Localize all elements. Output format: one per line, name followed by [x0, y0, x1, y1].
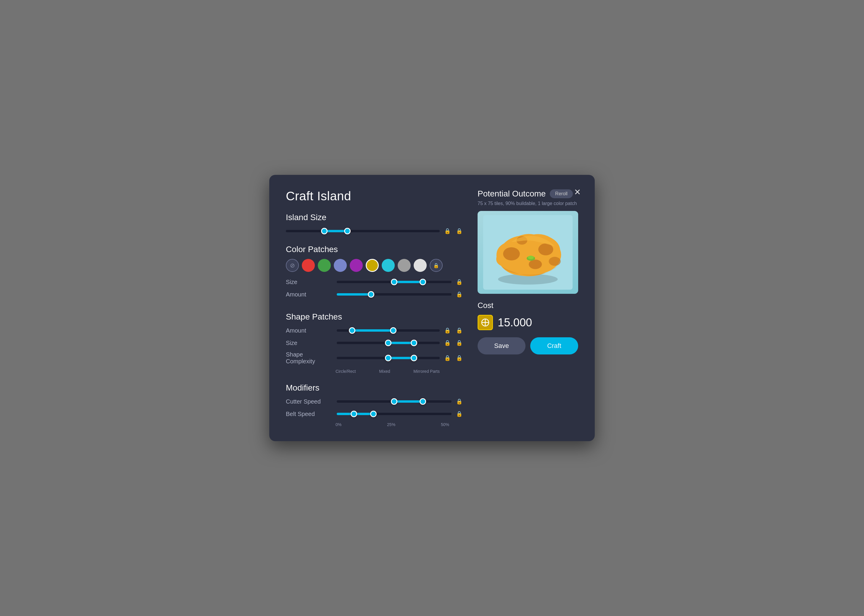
swatch-none[interactable]	[286, 259, 299, 272]
swatch-green[interactable]	[318, 259, 331, 272]
swatch-red[interactable]	[302, 259, 315, 272]
island-size-section: Island Size 🔒 🔒	[286, 213, 432, 235]
color-swatches	[286, 259, 432, 272]
modal-title: Craft Island	[286, 189, 432, 203]
swatch-yellow-active[interactable]	[366, 259, 379, 272]
swatch-lock[interactable]	[430, 259, 432, 272]
swatch-blue[interactable]	[334, 259, 347, 272]
color-size-label: Size	[286, 279, 333, 286]
color-patches-title: Color Patches	[286, 245, 432, 254]
color-amount-slider[interactable]	[337, 291, 432, 298]
craft-island-modal: × Craft Island Island Size 🔒 🔒	[269, 175, 432, 308]
swatch-gray[interactable]	[398, 259, 411, 272]
modal-overlay: × Craft Island Island Size 🔒 🔒	[0, 0, 432, 308]
color-patches-section: Color Patches Size	[286, 245, 432, 303]
swatch-teal[interactable]	[382, 259, 395, 272]
color-amount-row: Amount 🔒	[286, 290, 432, 299]
island-size-slider[interactable]	[286, 228, 432, 235]
color-size-row: Size 🔒	[286, 278, 432, 286]
swatch-white[interactable]	[414, 259, 427, 272]
color-size-slider[interactable]	[337, 278, 432, 286]
island-size-sliders: 🔒 🔒	[286, 227, 432, 235]
swatch-purple[interactable]	[350, 259, 363, 272]
left-panel: Craft Island Island Size 🔒 🔒	[286, 189, 432, 308]
color-amount-label: Amount	[286, 291, 333, 298]
island-size-title: Island Size	[286, 213, 432, 222]
